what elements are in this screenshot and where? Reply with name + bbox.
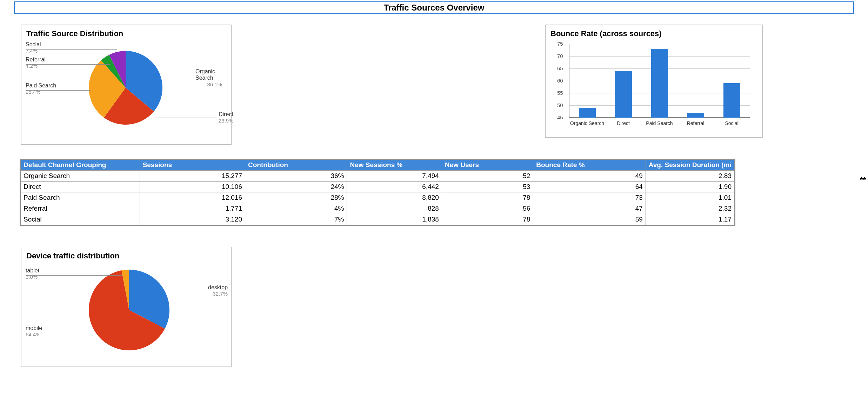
table-row: Organic Search15,27736%7,49452492.83 <box>20 171 735 182</box>
pie-slice-name: Direct <box>219 111 233 117</box>
pie-slice-name: Social <box>26 41 41 47</box>
table-header-cell: New Users <box>442 159 533 171</box>
table-cell: 47 <box>533 203 646 214</box>
table-header-cell: Contribution <box>245 159 347 171</box>
table-cell: 49 <box>533 171 646 182</box>
y-tick-label: 65 <box>557 65 563 71</box>
table-cell: 7% <box>245 214 347 225</box>
table-cell: 1,838 <box>347 214 442 225</box>
table-cell: Referral <box>20 203 140 214</box>
table-cell: 56 <box>442 203 533 214</box>
table-cell: 6,442 <box>347 182 442 192</box>
table-cell: 78 <box>442 214 533 225</box>
table-header-cell: Default Channel Grouping <box>20 159 140 171</box>
y-tick-label: 60 <box>557 78 563 84</box>
x-category-label: Organic Search <box>570 120 604 126</box>
pie-slice-name: tablet <box>26 268 39 273</box>
table-row: Paid Search12,01628%8,82078731.01 <box>20 192 735 203</box>
table-cell: 8,820 <box>347 192 442 203</box>
table-cell: 1.01 <box>646 192 735 203</box>
pie-slice-name: mobile <box>26 325 42 331</box>
table-cell: 1.17 <box>646 214 735 225</box>
pie-slice-name: Organic Search <box>195 68 215 81</box>
pie-label-direct: Direct 23.9% <box>219 111 234 124</box>
pie-label-organic: Organic Search 36.1% <box>195 68 222 87</box>
table-cell: Organic Search <box>20 171 140 182</box>
table-row: Social3,1207%1,83878591.17 <box>20 214 735 225</box>
device-pie: desktop 32.7% mobile 64.4% tablet 3.0% <box>26 263 222 361</box>
x-category-label: Referral <box>687 120 705 126</box>
table-header-cell: Sessions <box>140 159 245 171</box>
y-tick-label: 45 <box>557 114 563 120</box>
table-row: Referral1,7714%82856472.32 <box>20 203 735 214</box>
y-tick-label: 75 <box>557 41 563 47</box>
chart-title: Device traffic distribution <box>26 251 227 260</box>
table-cell: 52 <box>442 171 533 182</box>
table-cell: 1.90 <box>646 182 735 192</box>
bar <box>579 108 596 118</box>
gridline <box>569 118 750 118</box>
table-row: Direct10,10624%6,44253641.90 <box>20 182 735 192</box>
table-header-row: Default Channel GroupingSessionsContribu… <box>20 159 735 171</box>
pie-label-referral: Referral 4.2% <box>26 57 46 70</box>
pie-slice-name: desktop <box>208 284 228 290</box>
y-tick-label: 50 <box>557 102 563 108</box>
table-cell: 64 <box>533 182 646 192</box>
table-body: Organic Search15,27736%7,49452492.83Dire… <box>20 171 735 225</box>
pie-label-desktop: desktop 32.7% <box>208 284 228 297</box>
table-cell: 2.83 <box>646 171 735 182</box>
table-cell: 59 <box>533 214 646 225</box>
table-cell: Direct <box>20 182 140 192</box>
table-cell: 2.32 <box>646 203 735 214</box>
table-cell: 78 <box>442 192 533 203</box>
bar <box>651 49 668 118</box>
pie-slice-pct: 4.2% <box>26 63 38 69</box>
table-cell: Paid Search <box>20 192 140 203</box>
table-cell: 36% <box>245 171 347 182</box>
page-title-container: Traffic Sources Overview <box>14 1 854 14</box>
bar <box>723 83 740 118</box>
leader-line <box>26 275 122 276</box>
traffic-source-pie-card: Traffic Source Distribution Organic Sear… <box>21 25 232 145</box>
leader-line <box>155 118 217 118</box>
pie-slice-pct: 32.7% <box>213 291 228 297</box>
y-tick-label: 70 <box>557 53 563 59</box>
pie-slice-name: Referral <box>26 57 46 62</box>
x-category-label: Direct <box>617 120 630 126</box>
table-cell: 28% <box>245 192 347 203</box>
table-cell: 15,277 <box>140 171 245 182</box>
chart-title: Traffic Source Distribution <box>26 29 227 38</box>
traffic-source-pie: Organic Search 36.1% Direct 23.9% Paid S… <box>26 40 222 139</box>
pie-slice-pct: 3.0% <box>26 274 38 280</box>
table-cell: Social <box>20 214 140 225</box>
table-cell: 828 <box>347 203 442 214</box>
table-cell: 53 <box>442 182 533 192</box>
pie-chart-svg <box>89 51 162 125</box>
bounce-rate-bar-card: Bounce Rate (across sources) 45505560657… <box>545 25 763 138</box>
pie-label-mobile: mobile 64.4% <box>26 325 42 338</box>
device-pie-card: Device traffic distribution desktop 32.7… <box>21 247 232 367</box>
pie-slice-pct: 36.1% <box>207 81 222 87</box>
pie-label-tablet: tablet 3.0% <box>26 268 39 281</box>
pie-label-paid: Paid Search 28.4% <box>26 83 56 95</box>
pie-slice-pct: 23.9% <box>219 118 234 124</box>
leader-line <box>164 291 206 291</box>
table-cell: 24% <box>245 182 347 192</box>
pie-chart-svg <box>89 270 169 350</box>
table-header-cell: Avg. Session Duration (mi <box>646 159 735 171</box>
pie-slice-name: Paid Search <box>26 83 56 88</box>
table-header-cell: New Sessions % <box>347 159 442 171</box>
table-cell: 4% <box>245 203 347 214</box>
pie-slice-pct: 28.4% <box>26 89 41 95</box>
table-header-cell: Bounce Rate % <box>533 159 646 171</box>
chart-title: Bounce Rate (across sources) <box>550 29 758 38</box>
pie-label-social: Social 7.4% <box>26 41 41 54</box>
pie-slice-pct: 7.4% <box>26 48 38 54</box>
pie-slice-pct: 64.4% <box>26 331 41 337</box>
channel-table: Default Channel GroupingSessionsContribu… <box>20 159 735 226</box>
leader-line <box>155 75 194 75</box>
gridline <box>569 44 750 44</box>
table-cell: 10,106 <box>140 182 245 192</box>
bar <box>687 113 704 118</box>
table-cell: 3,120 <box>140 214 245 225</box>
